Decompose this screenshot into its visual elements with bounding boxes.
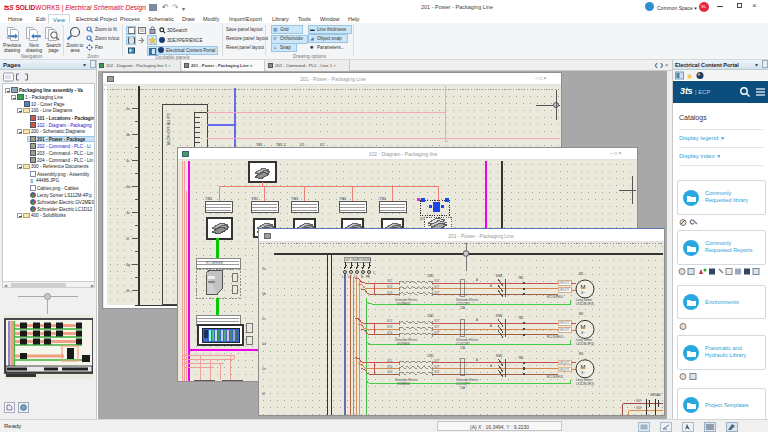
svg-text:0e: 0e	[262, 367, 266, 371]
svg-text:TB1: TB1	[205, 196, 213, 201]
svg-text:KM1: KM1	[496, 274, 503, 278]
svg-text:3G3: 3G3	[636, 406, 641, 410]
svg-text:TB3: TB3	[291, 196, 299, 201]
svg-text:4g: 4g	[126, 263, 130, 267]
svg-text:LS112M-4P(3): LS112M-4P(3)	[576, 302, 594, 306]
svg-text:BECKHOFF AG IPC: BECKHOFF AG IPC	[167, 112, 171, 145]
svg-text:4h: 4h	[126, 289, 130, 293]
svg-text:TB1: TB1	[518, 276, 524, 280]
svg-text:0f: 0f	[262, 392, 265, 396]
svg-text:0b: 0b	[262, 292, 266, 296]
svg-text:3~: 3~	[581, 291, 585, 295]
svg-text:GV2ME06: GV2ME06	[397, 302, 410, 306]
svg-text:OR1/075: OR1/075	[559, 288, 570, 292]
svg-text:3OT: 3OT	[434, 279, 440, 283]
svg-text:L2: L2	[348, 275, 352, 279]
svg-text:IPC SERVER: IPC SERVER	[206, 261, 223, 265]
svg-text:12A: 12A	[460, 306, 465, 310]
svg-text:★: ★	[686, 72, 693, 80]
svg-text:4c: 4c	[126, 159, 130, 163]
svg-text:4a: 4a	[126, 107, 130, 111]
svg-text:4e: 4e	[126, 211, 130, 215]
svg-text:TB2: TB2	[251, 196, 259, 201]
svg-text:4b: 4b	[126, 133, 130, 137]
svg-text:OR1/075: OR1/075	[559, 281, 570, 285]
svg-text:4f: 4f	[126, 237, 129, 241]
svg-text:M1: M1	[579, 272, 584, 276]
svg-text:0a: 0a	[262, 267, 266, 271]
svg-text:4d: 4d	[126, 185, 130, 189]
svg-text:TB5: TB5	[379, 196, 387, 201]
svg-text:3OT: 3OT	[434, 291, 440, 295]
svg-text:GRUAU: GRUAU	[650, 393, 661, 397]
svg-text:TB4: TB4	[339, 196, 347, 201]
svg-text:A: A	[490, 284, 492, 288]
svg-text:CM1: CM1	[427, 274, 434, 278]
svg-text:C: C	[373, 271, 376, 275]
svg-text:0d: 0d	[262, 342, 266, 346]
svg-text:24V UNGROUNDED: 24V UNGROUNDED	[345, 258, 371, 262]
svg-text:3OT: 3OT	[434, 285, 440, 289]
svg-text:0c: 0c	[262, 317, 266, 321]
svg-text:A: A	[476, 278, 478, 282]
svg-text:3G2: 3G2	[636, 399, 641, 403]
svg-text:3O2: 3O2	[387, 279, 393, 283]
svg-text:3O4: 3O4	[387, 291, 393, 295]
svg-text:PE: PE	[366, 275, 370, 279]
svg-text:M: M	[581, 284, 586, 290]
svg-text:RCJ,N,PEJ4: RCJ,N,PEJ4	[547, 295, 563, 299]
svg-text:N: N	[361, 275, 363, 279]
svg-text:3O3: 3O3	[387, 285, 393, 289]
svg-text:L1: L1	[342, 275, 346, 279]
